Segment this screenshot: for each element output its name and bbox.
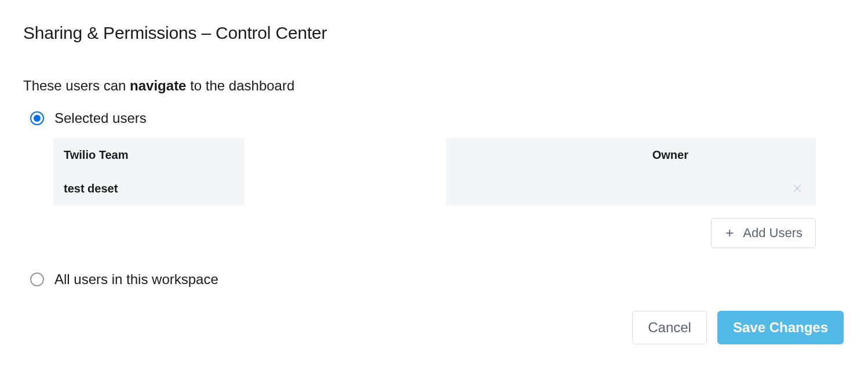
footer-actions: Cancel Save Changes xyxy=(23,311,844,344)
radio-all-users[interactable] xyxy=(30,272,44,286)
table-row: Twilio Team Owner xyxy=(53,138,816,172)
page-title: Sharing & Permissions – Control Center xyxy=(23,23,845,43)
users-table: Twilio Team Owner test deset xyxy=(53,138,816,205)
user-role: Owner xyxy=(652,148,804,162)
radio-label-all-users: All users in this workspace xyxy=(54,271,218,288)
add-users-button[interactable]: + Add Users xyxy=(711,218,816,248)
user-role-cell xyxy=(446,172,816,205)
user-mid-cell xyxy=(245,138,446,172)
table-row: test deset xyxy=(53,172,816,205)
user-name-cell: test deset xyxy=(53,172,245,205)
add-users-label: Add Users xyxy=(743,226,803,241)
plus-icon: + xyxy=(724,226,735,240)
user-mid-cell xyxy=(245,172,446,205)
add-users-row: + Add Users xyxy=(23,218,816,248)
user-name-cell: Twilio Team xyxy=(53,138,245,172)
radio-label-selected-users: Selected users xyxy=(54,110,147,126)
permissions-description: These users can navigate to the dashboar… xyxy=(23,78,845,94)
save-button[interactable]: Save Changes xyxy=(717,311,844,344)
description-prefix: These users can xyxy=(23,78,130,93)
cancel-button[interactable]: Cancel xyxy=(632,311,707,344)
radio-selected-users[interactable] xyxy=(30,111,44,125)
description-bold: navigate xyxy=(130,78,186,93)
description-suffix: to the dashboard xyxy=(186,78,294,93)
radio-option-all-users[interactable]: All users in this workspace xyxy=(23,271,845,288)
user-role-cell: Owner xyxy=(446,138,816,172)
close-icon[interactable] xyxy=(790,181,804,195)
radio-option-selected-users[interactable]: Selected users xyxy=(23,110,845,126)
